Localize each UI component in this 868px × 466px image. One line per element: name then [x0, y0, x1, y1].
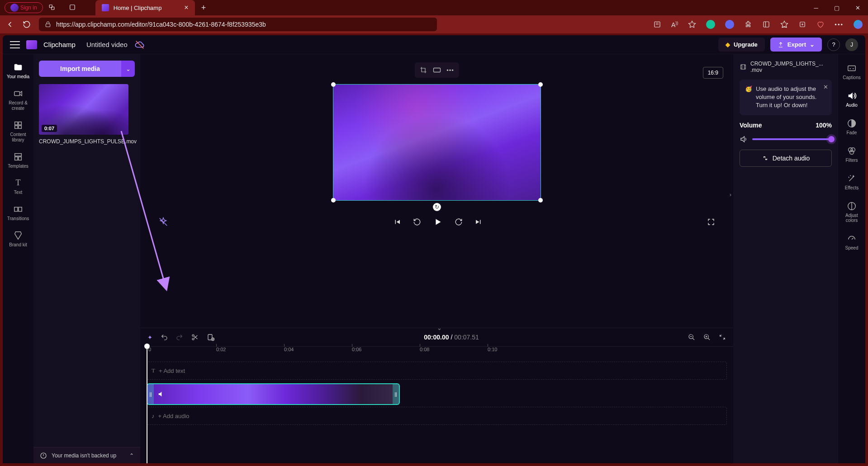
refresh-icon[interactable] — [23, 20, 31, 28]
redo-icon[interactable] — [176, 334, 183, 341]
zoom-in-icon[interactable] — [703, 334, 711, 341]
speed-icon — [847, 234, 857, 244]
more-menu-icon[interactable]: ••• — [835, 21, 844, 28]
audio-track[interactable]: ♪ + Add audio — [147, 407, 727, 425]
rotate-handle[interactable]: ↻ — [433, 203, 441, 211]
nav-brand-kit[interactable]: Brand kit — [3, 226, 33, 252]
clip-volume-icon[interactable] — [157, 391, 165, 398]
timeline-ruler[interactable]: 0 0:02 0:04 0:06 0:08 0:10 — [147, 346, 733, 359]
extensions-menu-icon[interactable] — [744, 20, 752, 28]
nav-transitions[interactable]: Transitions — [3, 200, 33, 226]
collapse-timeline-icon[interactable]: ⌄ — [437, 325, 442, 331]
fit-timeline-icon[interactable] — [719, 334, 726, 341]
import-media-button[interactable]: Import media — [39, 61, 121, 77]
resize-handle-br[interactable] — [538, 198, 543, 202]
center-area: ••• 16:9 ↻ — [140, 54, 733, 463]
rnav-captions[interactable]: Captions — [838, 58, 865, 85]
split-icon[interactable] — [191, 334, 199, 341]
upgrade-button[interactable]: ◆ Upgrade — [718, 38, 765, 52]
ai-timeline-icon[interactable]: ✦ — [147, 334, 152, 341]
help-button[interactable]: ? — [827, 38, 840, 51]
rnav-fade[interactable]: Fade — [838, 113, 865, 141]
workspaces-icon[interactable] — [48, 3, 57, 12]
video-preview[interactable]: ↻ — [333, 84, 541, 201]
cloud-sync-off-icon[interactable] — [134, 39, 146, 51]
window-minimize-icon[interactable]: ─ — [806, 0, 826, 15]
add-clip-icon[interactable] — [207, 333, 215, 341]
volume-slider[interactable] — [752, 138, 832, 140]
sidebar-icon[interactable] — [762, 20, 770, 28]
export-button[interactable]: Export ⌄ — [770, 38, 822, 52]
text-track[interactable]: T + Add text — [147, 362, 727, 380]
zoom-out-icon[interactable] — [688, 334, 695, 341]
rnav-effects[interactable]: Effects — [838, 168, 865, 196]
clip-handle-right[interactable]: || — [393, 384, 399, 404]
wellness-icon[interactable] — [816, 20, 825, 28]
resize-handle-tl[interactable] — [331, 82, 336, 87]
video-clip[interactable]: || || — [147, 383, 400, 405]
window-maximize-icon[interactable]: ▢ — [826, 0, 847, 15]
project-name[interactable]: Untitled video — [86, 41, 128, 48]
new-tab-button[interactable]: + — [201, 3, 206, 13]
expand-right-icon[interactable]: › — [730, 191, 731, 198]
signin-button[interactable]: Sign in — [5, 2, 43, 13]
speaker-icon[interactable] — [740, 135, 748, 143]
hamburger-menu-icon[interactable] — [10, 41, 20, 48]
nav-your-media[interactable]: Your media — [3, 58, 33, 84]
tab-overview-icon[interactable] — [68, 3, 77, 12]
rnav-audio[interactable]: Audio — [838, 85, 865, 113]
rnav-speed[interactable]: Speed — [838, 228, 865, 256]
browser-tab[interactable]: Home | Clipchamp × — [95, 0, 195, 15]
nav-content-library[interactable]: Content library — [3, 116, 33, 147]
user-avatar[interactable]: J — [845, 38, 858, 51]
url-input[interactable]: https://app.clipchamp.com/editor/91ca043… — [39, 18, 437, 31]
slider-thumb[interactable] — [828, 136, 835, 142]
svg-rect-7 — [14, 91, 20, 95]
back-icon[interactable] — [5, 20, 14, 29]
play-button[interactable] — [433, 217, 443, 227]
svg-rect-12 — [15, 154, 22, 156]
app-install-icon[interactable] — [653, 20, 661, 28]
nav-text[interactable]: T Text — [3, 174, 33, 200]
diamond-icon: ◆ — [726, 41, 730, 48]
detach-audio-button[interactable]: Detach audio — [740, 150, 832, 167]
nav-record-create[interactable]: Record & create — [3, 84, 33, 116]
favorite-icon[interactable] — [688, 20, 696, 28]
rnav-adjust-colors[interactable]: Adjust colors — [838, 196, 865, 228]
resize-handle-tr[interactable] — [538, 82, 543, 87]
svg-rect-5 — [764, 22, 769, 27]
collections-icon[interactable] — [798, 20, 806, 28]
import-dropdown-button[interactable]: ⌄ — [121, 61, 135, 77]
grammarly-ext-icon[interactable] — [706, 20, 715, 29]
svg-rect-15 — [14, 207, 18, 211]
fullscreen-icon[interactable] — [707, 218, 715, 226]
ai-sparkle-icon[interactable] — [158, 217, 168, 227]
site-info-icon[interactable] — [44, 21, 52, 28]
forward-icon[interactable] — [455, 218, 463, 226]
playhead[interactable] — [147, 346, 147, 463]
rnav-filters[interactable]: Filters — [838, 141, 865, 168]
crop-icon[interactable] — [417, 65, 429, 75]
rewind-icon[interactable] — [413, 218, 421, 226]
fit-icon[interactable] — [431, 65, 443, 75]
nav-templates[interactable]: Templates — [3, 147, 33, 174]
backup-notice[interactable]: Your media isn't backed up ⌃ — [33, 447, 140, 463]
tip-close-icon[interactable]: ✕ — [823, 83, 828, 91]
tab-close-icon[interactable]: × — [184, 4, 188, 12]
favorites-bar-icon[interactable] — [780, 20, 788, 28]
undo-icon[interactable] — [161, 334, 168, 341]
clip-handle-left[interactable]: || — [147, 384, 154, 404]
brand-name[interactable]: Clipchamp — [43, 41, 76, 48]
window-close-icon[interactable]: ✕ — [847, 0, 868, 15]
media-thumbnail[interactable]: 0:07 — [39, 84, 128, 135]
skip-start-icon[interactable] — [393, 218, 401, 226]
aspect-ratio-button[interactable]: 16:9 — [703, 67, 723, 79]
chevron-up-icon[interactable]: ⌃ — [129, 452, 134, 459]
brandkit-icon — [13, 231, 23, 240]
read-aloud-icon[interactable]: A)) — [671, 21, 678, 28]
copilot-icon[interactable] — [854, 20, 863, 29]
resize-handle-bl[interactable] — [331, 198, 336, 202]
extension-purple-icon[interactable] — [725, 20, 734, 29]
skip-end-icon[interactable] — [474, 218, 483, 226]
more-canvas-icon[interactable]: ••• — [445, 65, 456, 75]
